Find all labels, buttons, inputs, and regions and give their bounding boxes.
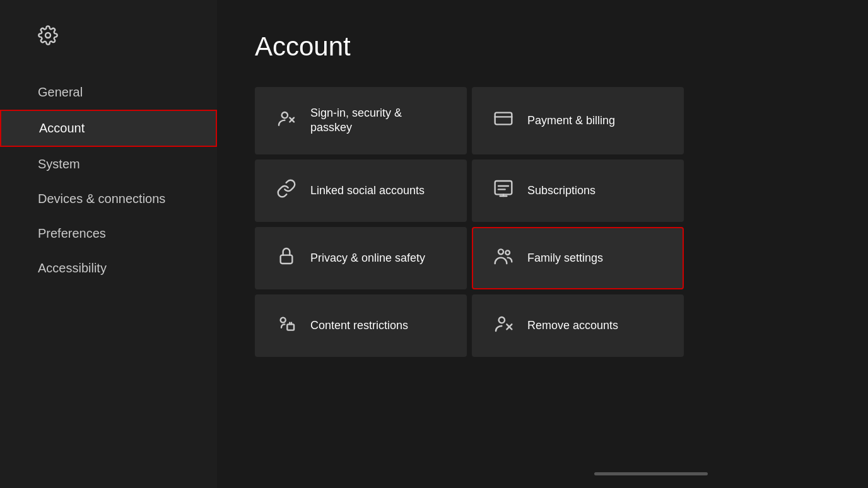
sidebar-item-preferences[interactable]: Preferences xyxy=(0,216,217,251)
linked-icon xyxy=(275,178,298,203)
sidebar-item-devices[interactable]: Devices & connections xyxy=(0,182,217,216)
svg-point-15 xyxy=(499,317,505,323)
linked-label: Linked social accounts xyxy=(310,183,425,198)
gear-icon xyxy=(0,25,217,75)
sidebar-item-system[interactable]: System xyxy=(0,147,217,182)
settings-grid: Sign-in, security &passkey Payment & bil… xyxy=(255,87,684,357)
svg-rect-12 xyxy=(287,324,294,330)
content-card[interactable]: Content restrictions xyxy=(255,294,467,357)
family-label: Family settings xyxy=(527,251,603,265)
main-content: Account Sign-in, security &passkey Pay xyxy=(217,0,868,488)
sidebar-item-accessibility[interactable]: Accessibility xyxy=(0,251,217,286)
payment-label: Payment & billing xyxy=(527,113,615,128)
svg-point-9 xyxy=(498,249,503,254)
remove-icon xyxy=(492,313,515,338)
remove-card[interactable]: Remove accounts xyxy=(472,294,684,357)
subscriptions-label: Subscriptions xyxy=(527,183,595,198)
content-label: Content restrictions xyxy=(310,318,408,333)
subscriptions-icon xyxy=(492,178,515,203)
sidebar-navigation: General Account System Devices & connect… xyxy=(0,75,217,286)
signin-card[interactable]: Sign-in, security &passkey xyxy=(255,87,467,154)
sidebar: General Account System Devices & connect… xyxy=(0,0,217,488)
remove-label: Remove accounts xyxy=(527,318,618,333)
payment-icon xyxy=(492,108,515,133)
svg-point-10 xyxy=(505,250,510,255)
content-icon xyxy=(275,313,298,338)
family-card[interactable]: Family settings xyxy=(472,227,684,289)
payment-card[interactable]: Payment & billing xyxy=(472,87,684,154)
sidebar-item-account[interactable]: Account xyxy=(0,110,217,147)
privacy-card[interactable]: Privacy & online safety xyxy=(255,227,467,289)
svg-rect-8 xyxy=(281,255,293,263)
svg-point-11 xyxy=(281,317,286,322)
signin-icon xyxy=(275,108,298,133)
signin-label: Sign-in, security &passkey xyxy=(310,106,402,136)
linked-card[interactable]: Linked social accounts xyxy=(255,160,467,222)
sidebar-item-general[interactable]: General xyxy=(0,75,217,110)
privacy-label: Privacy & online safety xyxy=(310,251,425,265)
privacy-icon xyxy=(275,246,298,270)
svg-point-0 xyxy=(282,112,288,118)
scroll-indicator xyxy=(594,472,708,475)
family-icon xyxy=(492,246,515,270)
subscriptions-card[interactable]: Subscriptions xyxy=(472,160,684,222)
page-title: Account xyxy=(255,32,830,62)
svg-rect-3 xyxy=(495,181,512,194)
svg-rect-1 xyxy=(495,113,512,125)
